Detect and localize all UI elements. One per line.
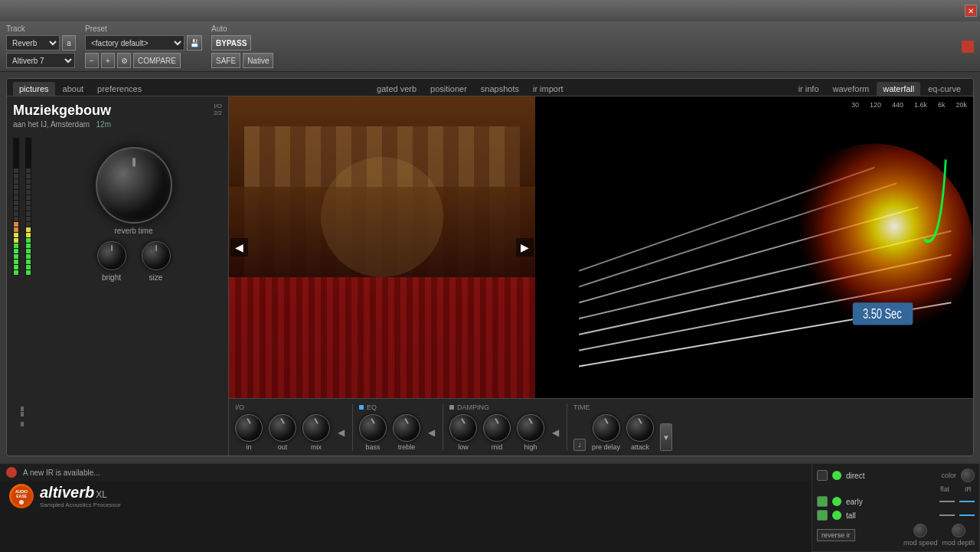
treble-knob[interactable] [393, 414, 420, 442]
early-line [939, 501, 955, 502]
tab-snapshots[interactable]: snapshots [475, 82, 525, 96]
tab-gated-verb[interactable]: gated verb [371, 82, 423, 96]
logo-xl: XL [96, 489, 107, 500]
in-knob[interactable] [235, 414, 263, 442]
high-knob[interactable] [517, 414, 544, 442]
plugin-area: pictures about preferences gated verb po… [6, 78, 974, 456]
early-toggle[interactable] [817, 496, 828, 507]
eq-label: EQ [359, 403, 436, 411]
damping-knobs: low mid high ◀ [449, 414, 560, 451]
tab-waveform[interactable]: waveform [827, 82, 876, 96]
color-knob[interactable] [961, 469, 975, 482]
compare-button[interactable]: COMPARE [133, 53, 181, 68]
tall-led [832, 511, 841, 520]
io-section: I/O in out [235, 403, 353, 451]
bottom-buttons-row: reverse ir mod speed mod depth [817, 524, 975, 547]
reverse-ir-button[interactable]: reverse ir [817, 529, 855, 541]
freq-440: 440 [892, 101, 903, 109]
minus-button[interactable]: − [85, 53, 99, 68]
time-icon: ♩ [573, 439, 586, 451]
tab-waterfall[interactable]: waterfall [877, 82, 920, 96]
tab-positioner[interactable]: positioner [424, 82, 473, 96]
next-picture-button[interactable]: ▶ [516, 238, 534, 256]
high-label: high [524, 443, 537, 451]
bass-knob[interactable] [359, 414, 387, 442]
out-knob[interactable] [269, 414, 296, 442]
low-knob[interactable] [449, 414, 477, 442]
bottom-row: A new IR is available... AUDIO EASE alti… [0, 462, 980, 552]
time-dropdown[interactable]: ▼ [660, 423, 672, 451]
pre-delay-knob[interactable] [593, 414, 620, 442]
close-button[interactable]: ✕ [965, 5, 977, 17]
save-preset-button[interactable]: 💾 [187, 35, 202, 51]
tab-preferences[interactable]: preferences [91, 82, 148, 96]
tall-toggle[interactable] [817, 510, 828, 521]
time-section: TIME ♩ pre delay attack [573, 403, 678, 451]
native-button[interactable]: Native [243, 53, 273, 68]
freq-6k: 6k [938, 101, 946, 109]
low-label: low [458, 443, 469, 451]
io-knobs: in out mix ◀ [235, 414, 346, 451]
display-row: ◀ ▶ 30 120 440 1.6k 6k 20k [229, 96, 973, 398]
bottom-left: A new IR is available... AUDIO EASE alti… [0, 463, 812, 552]
track-a-button[interactable]: a [62, 35, 76, 51]
damping-arrow-button[interactable]: ◀ [550, 427, 560, 438]
record-button[interactable] [962, 41, 974, 53]
audio-ease-logo: AUDIO EASE [9, 484, 34, 508]
mix-knob[interactable] [302, 414, 330, 442]
attack-knob[interactable] [626, 414, 654, 442]
in-knob-group: in [235, 414, 263, 451]
svg-text:3.50 Sec: 3.50 Sec [863, 305, 902, 322]
freq-30: 30 [851, 101, 859, 109]
color-label: color [941, 472, 956, 479]
prev-picture-button[interactable]: ◀ [230, 238, 248, 256]
track-label: Track [6, 24, 76, 33]
size-knob[interactable] [142, 241, 171, 270]
plus-button[interactable]: + [101, 53, 115, 68]
logo-area: AUDIO EASE altiverb XL Sampled Acoustics… [0, 481, 812, 511]
left-panel: Muziekgebouw aan het IJ, Amsterdam 12m I… [7, 96, 229, 456]
auto-section: Auto BYPASS SAFE Native [211, 24, 273, 68]
tab-ir-info[interactable]: ir info [792, 82, 825, 96]
mid-knob[interactable] [483, 414, 511, 442]
title-bar: ✕ [0, 0, 980, 21]
preset-select[interactable]: <factory default> [85, 35, 185, 51]
mod-speed-knob[interactable] [913, 524, 927, 537]
high-knob-group: high [517, 414, 544, 451]
in-label: in [246, 443, 251, 451]
toolbar: Track Reverb a Altiverb 7 Preset <factor… [0, 21, 980, 72]
damping-section-label: DAMPING [457, 403, 489, 411]
early-label: early [846, 498, 935, 506]
tab-pictures[interactable]: pictures [13, 82, 55, 96]
pre-delay-label: pre delay [592, 443, 620, 451]
settings-button[interactable]: ⚙ [117, 53, 131, 68]
flat-label: flat [940, 485, 949, 493]
mod-speed-label: mod speed [903, 539, 938, 547]
bright-knob[interactable] [97, 241, 126, 270]
instrument-select[interactable]: Altiverb 7 [6, 53, 75, 68]
size-label: size [149, 273, 163, 282]
early-led [832, 497, 841, 506]
io-arrow-button[interactable]: ◀ [336, 427, 346, 438]
direct-toggle[interactable] [817, 470, 828, 481]
reverb-time-knob[interactable] [96, 147, 172, 224]
info-bar: A new IR is available... [0, 463, 812, 481]
svg-point-15 [19, 500, 24, 505]
tab-ir-import[interactable]: ir import [527, 82, 570, 96]
tab-eq-curve[interactable]: eq-curve [922, 82, 967, 96]
tall-ir-line [959, 514, 975, 516]
safe-button[interactable]: SAFE [211, 53, 240, 68]
eq-arrow-button[interactable]: ◀ [426, 427, 436, 438]
tab-about[interactable]: about [57, 82, 90, 96]
track-select[interactable]: Reverb [6, 35, 60, 51]
preset-section: Preset <factory default> 💾 − + ⚙ COMPARE [85, 24, 202, 68]
mod-depth-knob[interactable] [952, 524, 965, 537]
new-ir-text: A new IR is available... [23, 469, 100, 477]
bypass-button[interactable]: BYPASS [211, 35, 251, 51]
new-ir-indicator [6, 467, 17, 478]
mod-depth-label: mod depth [942, 539, 975, 547]
bass-label: bass [365, 443, 380, 451]
concert-hall-image [229, 96, 535, 398]
time-label: TIME [573, 403, 672, 411]
direct-led [832, 471, 841, 480]
